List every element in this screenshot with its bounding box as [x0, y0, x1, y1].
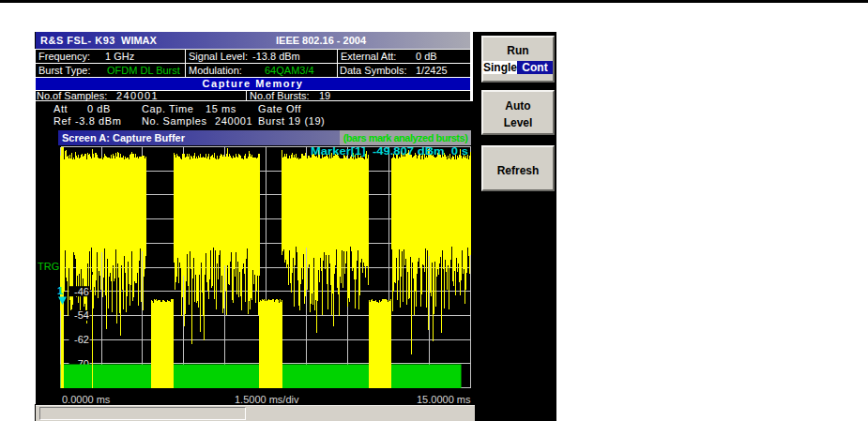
- svg-text:0.0000 ms: 0.0000 ms: [62, 394, 111, 405]
- svg-text:Marker[1] -49.807 dBm 0 s: Marker[1] -49.807 dBm 0 s: [311, 145, 468, 157]
- svg-text:-54: -54: [74, 309, 89, 321]
- svg-text:-46: -46: [74, 286, 89, 297]
- svg-text:-62: -62: [74, 334, 89, 345]
- svg-text:1.5000 ms/div: 1.5000 ms/div: [235, 394, 299, 405]
- svg-text:1: 1: [57, 285, 63, 296]
- svg-text:15.0000 ms: 15.0000 ms: [417, 394, 471, 405]
- svg-text:TRG: TRG: [38, 261, 59, 272]
